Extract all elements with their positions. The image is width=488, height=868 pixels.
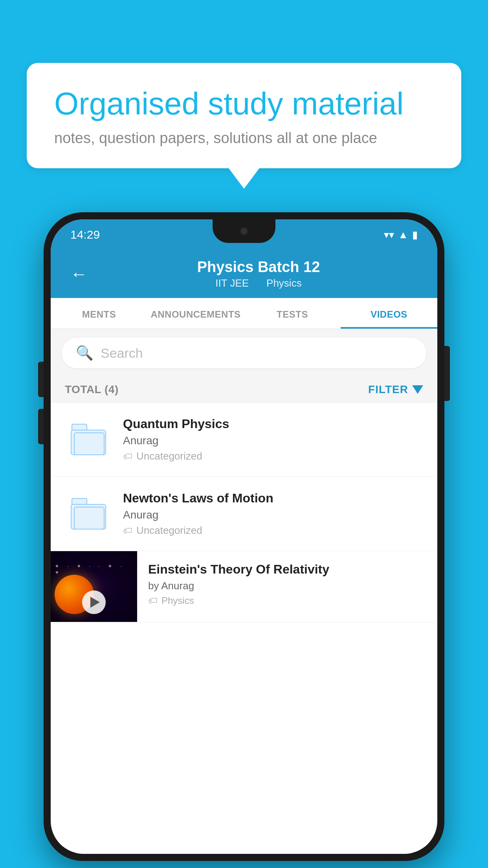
item-info: Quantum Physics Anurag 🏷 Uncategorized <box>123 417 423 462</box>
tag-label: Physics <box>161 595 194 606</box>
tab-ments[interactable]: MENTS <box>51 298 147 329</box>
folder-front <box>74 432 105 455</box>
phone-mockup: 14:29 ▾▾ ▲ ▮ ← Physics Batch 12 IIT JEE <box>44 212 444 861</box>
tab-announcements[interactable]: ANNOUNCEMENTS <box>147 298 244 329</box>
folder-icon <box>71 498 106 530</box>
tag-icon: 🏷 <box>123 525 132 536</box>
search-bar-wrap: 🔍 Search <box>51 329 437 377</box>
notch <box>213 219 275 243</box>
speech-bubble: Organised study material notes, question… <box>27 63 461 168</box>
item-thumbnail <box>65 416 112 463</box>
folder-front <box>74 507 105 530</box>
folder-icon <box>71 424 106 455</box>
search-icon: 🔍 <box>76 345 94 361</box>
batch-title: Physics Batch 12 <box>99 259 418 276</box>
subtitle-physics: Physics <box>266 277 302 289</box>
list-item[interactable]: Newton's Laws of Motion Anurag 🏷 Uncateg… <box>51 477 437 551</box>
total-count: TOTAL (4) <box>65 383 119 396</box>
tag-label: Uncategorized <box>136 524 202 537</box>
item-info: Newton's Laws of Motion Anurag 🏷 Uncateg… <box>123 491 423 537</box>
item-title: Einstein's Theory Of Relativity <box>148 562 426 577</box>
speech-heading: Organised study material <box>54 86 434 121</box>
back-button[interactable]: ← <box>70 264 88 284</box>
header-title-area: Physics Batch 12 IIT JEE Physics <box>99 259 418 289</box>
phone-outer: 14:29 ▾▾ ▲ ▮ ← Physics Batch 12 IIT JEE <box>44 212 444 861</box>
signal-icon: ▲ <box>398 229 408 241</box>
video-thumbnail <box>51 551 137 622</box>
tag-icon: 🏷 <box>148 595 158 606</box>
batch-subtitle: IIT JEE Physics <box>99 277 418 289</box>
filter-row: TOTAL (4) FILTER <box>51 377 437 403</box>
item-author: Anurag <box>123 509 423 521</box>
tab-videos[interactable]: VIDEOS <box>341 298 437 329</box>
tabs-bar: MENTS ANNOUNCEMENTS TESTS VIDEOS <box>51 298 437 329</box>
filter-icon <box>412 385 423 394</box>
filter-label: FILTER <box>368 383 408 396</box>
item-thumbnail <box>65 490 112 537</box>
search-bar[interactable]: 🔍 Search <box>62 338 426 368</box>
item-author: Anurag <box>123 434 423 447</box>
tab-tests[interactable]: TESTS <box>244 298 341 329</box>
play-button[interactable] <box>82 590 106 614</box>
phone-inner: 14:29 ▾▾ ▲ ▮ ← Physics Batch 12 IIT JEE <box>51 219 437 854</box>
item-info: Einstein's Theory Of Relativity by Anura… <box>137 551 437 617</box>
camera-dot <box>240 227 248 235</box>
item-tag: 🏷 Uncategorized <box>123 450 423 462</box>
item-title: Newton's Laws of Motion <box>123 491 423 506</box>
wifi-icon: ▾▾ <box>384 229 394 241</box>
item-title: Quantum Physics <box>123 417 423 431</box>
item-tag: 🏷 Uncategorized <box>123 524 423 537</box>
video-list: Quantum Physics Anurag 🏷 Uncategorized <box>51 403 437 622</box>
speech-subtext: notes, question papers, solutions all at… <box>54 130 434 147</box>
item-author: by Anurag <box>148 580 426 592</box>
tag-icon: 🏷 <box>123 451 132 462</box>
status-icons: ▾▾ ▲ ▮ <box>384 229 418 241</box>
app-header: ← Physics Batch 12 IIT JEE Physics <box>51 250 437 298</box>
item-tag: 🏷 Physics <box>148 595 426 606</box>
subtitle-iit: IIT JEE <box>215 277 249 289</box>
filter-button[interactable]: FILTER <box>368 383 423 396</box>
tag-label: Uncategorized <box>136 450 202 462</box>
play-icon <box>90 597 100 608</box>
list-item[interactable]: Einstein's Theory Of Relativity by Anura… <box>51 551 437 622</box>
list-item[interactable]: Quantum Physics Anurag 🏷 Uncategorized <box>51 403 437 477</box>
battery-icon: ▮ <box>412 229 418 241</box>
status-time: 14:29 <box>70 228 100 241</box>
search-input[interactable]: Search <box>101 346 143 361</box>
status-bar: 14:29 ▾▾ ▲ ▮ <box>51 219 437 250</box>
